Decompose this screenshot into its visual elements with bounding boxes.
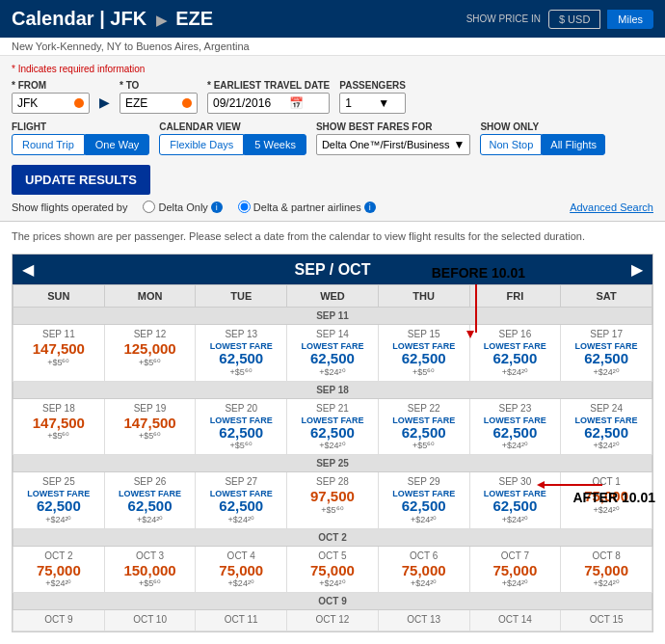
fare-tax: +$24²⁰ xyxy=(472,367,559,377)
calendar-cell[interactable]: OCT 10 xyxy=(104,610,196,631)
allflights-button[interactable]: All Flights xyxy=(542,134,605,155)
partner-airlines-label[interactable]: Delta & partner airlines i xyxy=(238,201,376,213)
calendar-cell[interactable]: SEP 26LOWEST FARE62,500+$24²⁰ xyxy=(104,472,196,529)
nonstop-button[interactable]: Non Stop xyxy=(480,134,542,155)
before-arrowhead xyxy=(466,331,474,338)
calendar-cell[interactable]: SEP 19147,500+$5⁶⁰ xyxy=(104,398,196,455)
calendar-cell[interactable]: SEP 23LOWEST FARE62,500+$24²⁰ xyxy=(469,398,561,455)
fare-tax: +$24²⁰ xyxy=(198,578,284,588)
calendar-cell[interactable]: OCT 12 xyxy=(287,610,379,631)
cell-date: OCT 4 xyxy=(198,550,284,561)
passengers-input[interactable] xyxy=(345,96,374,110)
date-input[interactable] xyxy=(213,96,285,110)
table-row[interactable]: OCT 9OCT 10OCT 11OCT 12OCT 13OCT 14OCT 1… xyxy=(13,610,652,631)
calendar-cell[interactable]: OCT 475,000+$24²⁰ xyxy=(196,546,287,593)
calendar-cell[interactable]: OCT 15 xyxy=(561,610,652,631)
table-row[interactable]: OCT 275,000+$24²⁰OCT 3150,000+$5⁶⁰OCT 47… xyxy=(13,546,652,593)
form-row-2: FLIGHT Round Trip One Way CALENDAR VIEW … xyxy=(12,121,653,195)
calendar-cell[interactable]: SEP 14LOWEST FARE62,500+$24²⁰ xyxy=(287,325,379,382)
calendar-view-label: CALENDAR VIEW xyxy=(159,121,306,132)
fare-dropdown-icon[interactable]: ▼ xyxy=(454,138,466,151)
calendar-cell[interactable]: OCT 275,000+$24²⁰ xyxy=(13,546,105,593)
col-thu: THU xyxy=(378,285,469,308)
calendar-cell[interactable]: SEP 17LOWEST FARE62,500+$24²⁰ xyxy=(561,325,652,382)
calendar-cell[interactable]: SEP 22LOWEST FARE62,500+$5⁶⁰ xyxy=(378,398,469,455)
calendar-cell[interactable]: SEP 12125,000+$5⁶⁰ xyxy=(104,325,196,382)
passengers-input-container: ▼ xyxy=(339,93,406,114)
calendar-cell[interactable]: SEP 30LOWEST FARE62,500+$24²⁰ xyxy=(469,472,561,529)
calendar-cell[interactable]: OCT 3150,000+$5⁶⁰ xyxy=(104,546,196,593)
fare-price: 62,500 xyxy=(472,498,559,515)
app-header: Calendar | JFK ▶ EZE SHOW PRICE IN $ USD… xyxy=(0,0,665,38)
calendar-cell[interactable]: OCT 9 xyxy=(13,610,105,631)
calendar-cell[interactable]: OCT 14 xyxy=(469,610,561,631)
from-input[interactable] xyxy=(17,96,70,110)
flexible-days-button[interactable]: Flexible Days xyxy=(159,134,244,155)
month-label: SEP / OCT xyxy=(295,261,371,279)
to-input[interactable] xyxy=(125,96,178,110)
search-form: * Indicates required information * FROM … xyxy=(0,56,665,222)
fare-price: 75,000 xyxy=(472,563,559,579)
delta-info-icon[interactable]: i xyxy=(211,201,223,213)
calendar-cell[interactable]: OCT 875,000+$24²⁰ xyxy=(561,546,652,593)
date-input-container: 📅 xyxy=(207,93,330,114)
calendar-cell[interactable]: SEP 18147,500+$5⁶⁰ xyxy=(13,398,105,455)
delta-only-label[interactable]: Delta Only i xyxy=(143,201,222,213)
fare-tax: +$24²⁰ xyxy=(472,578,559,588)
calendar-cell[interactable]: OCT 11 xyxy=(196,610,287,631)
calendar-icon[interactable]: 📅 xyxy=(289,96,304,110)
partner-radio[interactable] xyxy=(238,201,251,213)
fare-tax: +$24²⁰ xyxy=(381,515,467,524)
calendar-cell[interactable]: SEP 20LOWEST FARE62,500+$5⁶⁰ xyxy=(196,398,287,455)
calendar-cell[interactable]: OCT 675,000+$24²⁰ xyxy=(378,546,469,593)
next-month-button[interactable]: ▶ xyxy=(631,260,643,279)
calendar-container: ◀ SEP / OCT ▶ SUN MON TUE WED THU FRI SA… xyxy=(12,254,653,632)
to-dot-icon xyxy=(182,98,192,108)
cell-date: SEP 23 xyxy=(472,403,559,414)
calendar-cell[interactable]: SEP 2897,500+$5⁶⁰ xyxy=(287,472,379,529)
prev-month-button[interactable]: ◀ xyxy=(22,260,34,279)
calendar-cell[interactable]: SEP 27LOWEST FARE62,500+$24²⁰ xyxy=(196,472,287,529)
fare-price: 150,000 xyxy=(107,563,194,579)
calendar-cell[interactable]: SEP 13LOWEST FARE62,500+$5⁶⁰ xyxy=(196,325,287,382)
miles-button[interactable]: Miles xyxy=(607,10,653,29)
best-fares-group: SHOW BEST FARES FOR Delta One™/First/Bus… xyxy=(316,121,471,155)
calendar-cell[interactable]: OCT 775,000+$24²⁰ xyxy=(469,546,561,593)
table-row[interactable]: SEP 11147,500+$5⁶⁰SEP 12125,000+$5⁶⁰SEP … xyxy=(13,325,652,382)
show-flights-row: Show flights operated by Delta Only i De… xyxy=(12,201,376,213)
usd-button[interactable]: $ USD xyxy=(548,10,600,29)
calendar-cell[interactable]: OCT 13 xyxy=(378,610,469,631)
cell-date: SEP 18 xyxy=(15,403,102,414)
calendar-cell[interactable]: SEP 29LOWEST FARE62,500+$24²⁰ xyxy=(378,472,469,529)
cell-date: SEP 29 xyxy=(381,476,467,487)
fare-price: 75,000 xyxy=(563,563,650,579)
roundtrip-button[interactable]: Round Trip xyxy=(12,134,85,155)
fare-price: 62,500 xyxy=(381,498,467,515)
calendar-cell[interactable]: SEP 11147,500+$5⁶⁰ xyxy=(13,325,105,382)
table-row[interactable]: SEP 18147,500+$5⁶⁰SEP 19147,500+$5⁶⁰SEP … xyxy=(13,398,652,455)
fare-price: 75,000 xyxy=(15,563,102,579)
table-row[interactable]: SEP 25LOWEST FARE62,500+$24²⁰SEP 26LOWES… xyxy=(13,472,652,529)
calendar-cell[interactable]: SEP 25LOWEST FARE62,500+$24²⁰ xyxy=(13,472,105,529)
calendar-cell[interactable]: SEP 16LOWEST FARE62,500+$24²⁰ xyxy=(469,325,561,382)
passengers-dropdown-icon[interactable]: ▼ xyxy=(378,96,389,110)
calendar-cell[interactable]: OCT 575,000+$24²⁰ xyxy=(287,546,379,593)
fare-tax: +$24²⁰ xyxy=(15,578,102,588)
cell-date: SEP 14 xyxy=(289,329,376,339)
cell-date: OCT 2 xyxy=(15,550,102,561)
calendar-cell[interactable]: SEP 21LOWEST FARE62,500+$24²⁰ xyxy=(287,398,379,455)
partner-info-icon[interactable]: i xyxy=(364,201,376,213)
fare-tax: +$5⁶⁰ xyxy=(15,358,102,367)
calendar-cell[interactable]: SEP 15LOWEST FARE62,500+$5⁶⁰ xyxy=(378,325,469,382)
oneway-button[interactable]: One Way xyxy=(85,134,149,155)
calendar-cell[interactable]: SEP 24LOWEST FARE62,500+$24²⁰ xyxy=(561,398,652,455)
delta-only-radio[interactable] xyxy=(143,201,155,213)
fare-price: 62,500 xyxy=(472,351,559,367)
calendar-header: ◀ SEP / OCT ▶ xyxy=(13,255,652,284)
show-only-label: SHOW ONLY xyxy=(480,121,605,132)
advanced-search-link[interactable]: Advanced Search xyxy=(570,201,653,213)
five-weeks-button[interactable]: 5 Weeks xyxy=(244,134,306,155)
from-dot-icon xyxy=(74,98,84,108)
passengers-label: PASSENGERS xyxy=(339,80,406,91)
update-results-button[interactable]: UPDATE RESULTS xyxy=(12,165,150,195)
